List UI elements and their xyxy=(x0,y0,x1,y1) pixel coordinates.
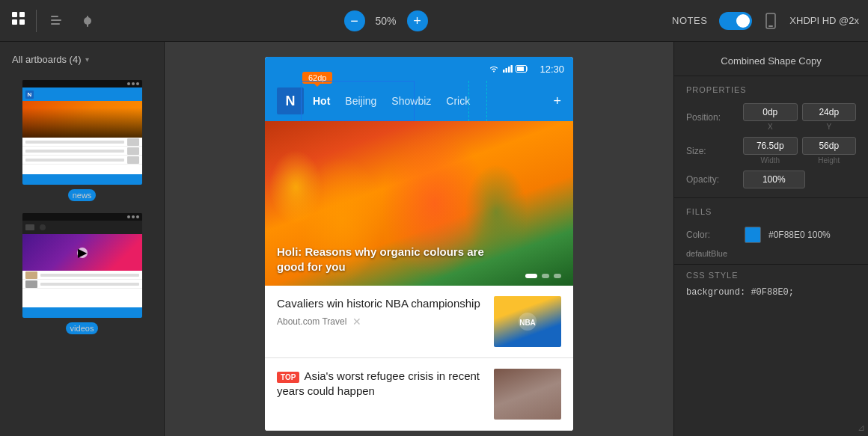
position-y-field[interactable]: 24dp xyxy=(802,103,857,121)
article-thumb-2 xyxy=(494,369,561,420)
nav-tabs: Hot Beijing Showbiz Crick xyxy=(313,92,544,110)
svg-rect-1 xyxy=(19,12,25,17)
main-area: All artboards (4) ▾ N xyxy=(0,42,868,436)
nav-tab-showbiz[interactable]: Showbiz xyxy=(391,92,431,110)
toolbar-separator xyxy=(36,10,37,32)
status-time: 12:30 xyxy=(540,64,564,75)
opacity-field[interactable]: 100% xyxy=(743,171,805,188)
svg-rect-3 xyxy=(19,19,25,25)
size-h-group: 56dp Height xyxy=(802,137,857,165)
artboard-thumb-videos: ▶ xyxy=(22,213,142,318)
zoom-plus-button[interactable]: + xyxy=(407,10,428,31)
resize-handle[interactable]: ⊿ xyxy=(858,423,865,433)
size-fields: 76.5dp Width 56dp Height xyxy=(743,137,856,165)
article-close-1[interactable]: ✕ xyxy=(352,316,361,328)
article-title-1: Cavaliers win historic NBA championship xyxy=(277,296,485,311)
nav-tab-hot[interactable]: Hot xyxy=(313,92,330,110)
edit-icon[interactable] xyxy=(44,9,68,33)
status-icons xyxy=(489,64,529,73)
color-hex-value: #0F88E0 100% xyxy=(768,230,856,240)
notes-toggle[interactable] xyxy=(719,12,752,30)
svg-rect-11 xyxy=(503,70,505,73)
artboards-header-label: All artboards (4) xyxy=(12,54,81,65)
svg-rect-6 xyxy=(51,16,58,17)
size-row: Size: 76.5dp Width 56dp Height xyxy=(674,134,868,168)
article-item-1: Cavaliers win historic NBA championship … xyxy=(265,286,573,358)
article-thumb-1: NBA xyxy=(494,296,561,347)
article-source-1: About.com Travel ✕ xyxy=(277,316,485,328)
hero-dot-3 xyxy=(554,274,561,278)
position-fields: 0dp X 24dp Y xyxy=(743,103,856,131)
hero-dot-1 xyxy=(525,274,537,278)
article-list: Cavaliers win historic NBA championship … xyxy=(265,286,573,431)
device-icon xyxy=(764,13,777,29)
properties-title: Combined Shape Copy xyxy=(674,42,868,76)
svg-rect-10 xyxy=(768,25,773,27)
size-w-label: Width xyxy=(743,156,798,165)
css-code-value: background: #0F88E0; xyxy=(686,287,856,298)
size-label: Size: xyxy=(686,146,737,156)
color-swatch[interactable] xyxy=(745,227,761,243)
nav-plus-button[interactable]: + xyxy=(553,93,561,109)
artboard-item-news[interactable]: N news xyxy=(0,74,164,207)
chevron-down-icon: ▾ xyxy=(85,55,89,64)
sidebar: All artboards (4) ▾ N xyxy=(0,42,165,436)
nav-tab-beijing[interactable]: Beijing xyxy=(345,92,376,110)
position-label: Position: xyxy=(686,112,737,123)
color-alias: defaultBlue xyxy=(674,248,868,264)
dropper-icon[interactable] xyxy=(76,9,100,33)
phone-navbar: N 62dp Hot Beijing Showbiz Crick + xyxy=(265,81,573,121)
hero-pagination-dots xyxy=(525,274,561,278)
css-section-header: CSS STYLE xyxy=(686,271,856,284)
size-h-field[interactable]: 56dp xyxy=(802,137,857,155)
article-title-2: TOPAsia's worst refugee crisis in recent… xyxy=(277,369,485,398)
position-x-label: X xyxy=(743,123,798,131)
canvas[interactable]: 12:30 N 62dp Hot Beijing Showbiz Crick xyxy=(165,42,673,436)
article-content-2: TOPAsia's worst refugee crisis in recent… xyxy=(277,369,485,402)
size-h-label: Height xyxy=(802,156,857,165)
zoom-minus-button[interactable]: − xyxy=(344,10,365,31)
svg-rect-2 xyxy=(12,19,17,25)
notes-label: NOTES xyxy=(672,15,707,26)
nav-logo: N xyxy=(277,87,304,114)
hero-caption: Holi: Reasons why organic colours are go… xyxy=(277,245,513,274)
position-y-label: Y xyxy=(802,123,857,131)
css-section: CSS STYLE background: #0F88E0; xyxy=(674,264,868,304)
hero-image: Holi: Reasons why organic colours are go… xyxy=(265,121,573,286)
size-w-field[interactable]: 76.5dp xyxy=(743,137,798,155)
color-row: Color: #0F88E0 100% xyxy=(674,222,868,248)
artboard-label-news: news xyxy=(68,189,97,201)
svg-rect-8 xyxy=(87,16,88,19)
svg-rect-14 xyxy=(511,65,513,73)
dimension-tooltip: 62dp xyxy=(302,72,332,84)
position-x-group: 0dp X xyxy=(743,103,798,131)
artboard-item-videos[interactable]: ▶ videos xyxy=(0,207,164,340)
svg-text:NBA: NBA xyxy=(519,319,536,327)
svg-rect-4 xyxy=(51,23,60,25)
svg-rect-0 xyxy=(12,12,17,17)
opacity-row: Opacity: 100% xyxy=(674,168,868,191)
toolbar-center: − 50% + xyxy=(344,10,428,31)
svg-rect-16 xyxy=(517,67,524,71)
toolbar-right: NOTES XHDPI HD @2x xyxy=(672,12,859,30)
svg-rect-12 xyxy=(506,68,508,73)
toolbar: − 50% + NOTES XHDPI HD @2x xyxy=(0,0,868,42)
fills-section-header: FILLS xyxy=(674,197,868,222)
opacity-label: Opacity: xyxy=(686,174,737,185)
position-y-group: 24dp Y xyxy=(802,103,857,131)
artboard-label-videos: videos xyxy=(66,322,99,334)
hero-dot-2 xyxy=(542,274,549,278)
article-item-2: TOPAsia's worst refugee crisis in recent… xyxy=(265,358,573,431)
top-badge: TOP xyxy=(277,372,299,383)
artboard-thumb-news: N xyxy=(22,80,142,185)
nav-tab-crick[interactable]: Crick xyxy=(446,92,470,110)
grid-icon[interactable] xyxy=(9,9,28,32)
position-x-field[interactable]: 0dp xyxy=(743,103,798,121)
device-label: XHDPI HD @2x xyxy=(789,15,859,26)
properties-panel: Combined Shape Copy PROPERTIES Position:… xyxy=(673,42,868,436)
artboards-header[interactable]: All artboards (4) ▾ xyxy=(0,51,164,74)
toolbar-left xyxy=(9,9,100,33)
color-label: Color: xyxy=(686,230,737,240)
position-row: Position: 0dp X 24dp Y xyxy=(674,100,868,134)
svg-rect-5 xyxy=(51,19,61,21)
